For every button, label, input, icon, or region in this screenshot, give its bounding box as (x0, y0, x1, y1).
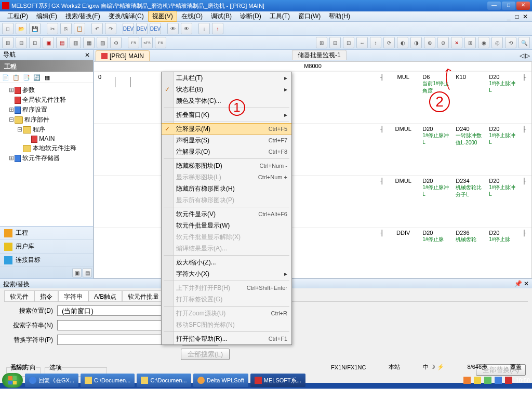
dev3-icon[interactable]: DEV (150, 23, 161, 34)
undo-icon[interactable]: ↶ (91, 23, 103, 34)
tree-global-comments[interactable]: 全局软元件注释 (0, 95, 93, 105)
tb2-6-icon[interactable]: ▥ (70, 37, 81, 48)
dropdown-item-15[interactable]: 放大/缩小(Z)... (162, 257, 291, 268)
taskbar-item-2[interactable]: C:\Documen... (81, 374, 135, 387)
menu-view[interactable]: 视图(V) (148, 11, 177, 22)
taskbar-item-1[interactable]: 回复《在GX... (25, 374, 78, 387)
paste-icon[interactable]: 📋 (74, 23, 85, 34)
tree-params[interactable]: ⊞ 参数 (0, 85, 93, 95)
dropdown-item-4[interactable]: ✓注释显示(M)Ctrl+F5 (162, 123, 291, 135)
menu-help[interactable]: 帮助(H) (325, 11, 354, 22)
maximize-button[interactable]: □ (502, 2, 515, 10)
tb2-3-icon[interactable]: ⊡ (29, 37, 41, 48)
taskbar-item-3[interactable]: C:\Documen... (137, 374, 191, 387)
dropdown-item-5[interactable]: 声明显示(S)Ctrl+F7 (162, 135, 291, 146)
dropdown-item-3[interactable]: 折叠窗口(K)▸ (162, 109, 291, 121)
tb2r-14-icon[interactable]: ◎ (491, 37, 503, 48)
side-project-button[interactable]: 工程 (0, 227, 93, 240)
menu-debug[interactable]: 调试(B) (207, 11, 236, 22)
close-button[interactable]: ✕ (516, 2, 530, 10)
menu-online[interactable]: 在线(O) (177, 11, 207, 22)
replace-string-input[interactable] (57, 335, 166, 345)
tb2r-5-icon[interactable]: ↕ (370, 37, 381, 48)
tree-main[interactable]: MAIN (0, 135, 93, 143)
navtb-3-icon[interactable]: 📑 (22, 73, 31, 82)
menu-project[interactable]: 工程(P) (3, 11, 32, 22)
tb2r-8-icon[interactable]: ◑ (410, 37, 422, 48)
tb2-5-icon[interactable]: ▤ (56, 37, 68, 48)
tb2r-4-icon[interactable]: ↔ (356, 37, 368, 48)
tree-programs[interactable]: ⊟ 程序 (0, 125, 93, 135)
tab-prg-main[interactable]: [PRG] MAIN (96, 50, 150, 61)
cut-icon[interactable]: ✂ (47, 23, 58, 34)
save-icon[interactable]: 💾 (29, 23, 41, 34)
mdi-min-icon[interactable]: _ (505, 13, 512, 20)
new-icon[interactable]: □ (2, 23, 14, 34)
dropdown-item-7[interactable]: 隐藏梯形图块(D)Ctrl+Num - (162, 160, 291, 171)
menu-diag[interactable]: 诊断(D) (236, 11, 265, 22)
contact-m8000[interactable] (115, 77, 130, 87)
tb2r-15-icon[interactable]: ⟲ (505, 37, 516, 48)
tab-watch[interactable]: 储器批量监视-1 (292, 50, 347, 60)
tb2-8-icon[interactable]: ▧ (97, 37, 108, 48)
tb2r-7-icon[interactable]: ◐ (397, 37, 408, 48)
navtb-5-icon[interactable]: ▦ (43, 73, 52, 82)
tray-icon-1[interactable] (463, 377, 471, 384)
dropdown-item-12[interactable]: 软元件批量显示(W) (162, 220, 291, 231)
tb2r-6-icon[interactable]: ⟳ (383, 37, 395, 48)
searchtab-string[interactable]: 字符串 (58, 290, 88, 301)
dropdown-item-21[interactable]: 打开指令帮助(R)...Ctrl+F1 (162, 333, 291, 344)
tray-icon-2[interactable] (474, 377, 481, 384)
open-icon[interactable]: 📂 (16, 23, 27, 34)
tabnav-left-icon[interactable]: ◁ (520, 52, 524, 59)
tray-icon-5[interactable] (505, 377, 512, 384)
dev2-icon[interactable]: DEV (136, 23, 148, 34)
tree-prog-parts[interactable]: ⊟ 程序部件 (0, 115, 93, 125)
write-icon[interactable]: ↓ (198, 23, 210, 34)
tb2r-12-icon[interactable]: ⊞ (464, 37, 476, 48)
ladder-editor[interactable]: M8000 0 ┤ MUL D6当前1#停止角度 K10 D201#停止脉冲L … (94, 61, 532, 278)
taskbar-item-4[interactable]: Delta WPLSoft (193, 374, 248, 387)
tree-prog-settings[interactable]: ⊞ 程序设置 (0, 105, 93, 115)
dropdown-item-16[interactable]: 字符大小(X)▸ (162, 268, 291, 280)
f6-icon[interactable]: F6 (155, 37, 166, 48)
search-all-button[interactable]: 全部搜索(L) (181, 349, 230, 360)
tray-icon-3[interactable] (484, 377, 491, 384)
tb2-4-icon[interactable]: ▣ (43, 37, 54, 48)
navtb-1-icon[interactable]: 📄 (1, 73, 10, 82)
menu-compile[interactable]: 变换/编译(C) (104, 11, 148, 22)
dropdown-item-1[interactable]: ✓状态栏(B)▸ (162, 84, 291, 95)
f5-icon[interactable]: F5 (128, 37, 139, 48)
searchpane-close-icon[interactable]: ✕ (524, 280, 529, 287)
tray-icon-4[interactable] (495, 377, 502, 384)
side-connection-button[interactable]: 连接目标 (0, 254, 93, 267)
start-button[interactable] (2, 373, 23, 388)
copy-icon[interactable]: ⎘ (60, 23, 72, 34)
menu-edit[interactable]: 编辑(E) (32, 11, 61, 22)
navtb-2-icon[interactable]: 📋 (11, 73, 21, 82)
tree-local-comments[interactable]: 本地软元件注释 (0, 143, 93, 153)
tb2r-13-icon[interactable]: ◉ (478, 37, 489, 48)
dropdown-item-6[interactable]: 注解显示(O)Ctrl+F8 (162, 146, 291, 157)
menu-tools[interactable]: 工具(T) (265, 11, 294, 22)
tree-device-mem[interactable]: ⊞ 软元件存储器 (0, 153, 93, 163)
sidestrip-2-icon[interactable]: ▤ (83, 268, 92, 277)
taskbar-item-5[interactable]: MELSOFT系... (250, 374, 305, 387)
monitor-icon[interactable]: 👁 (167, 23, 179, 34)
dropdown-item-0[interactable]: 工具栏(T)▸ (162, 72, 291, 84)
search-location-select[interactable]: (当前窗口) (57, 305, 177, 316)
menu-window[interactable]: 窗口(W) (294, 11, 325, 22)
tb2-2-icon[interactable]: ⊟ (16, 37, 27, 48)
searchtab-instruction[interactable]: 指令 (34, 290, 58, 301)
searchpane-pin-icon[interactable]: 📌 (514, 280, 522, 287)
tb2r-10-icon[interactable]: ⊖ (437, 37, 449, 48)
redo-icon[interactable]: ↷ (105, 23, 116, 34)
param-icon[interactable]: ⚙ (110, 37, 122, 48)
tb2-7-icon[interactable]: ▦ (83, 37, 95, 48)
dev-icon[interactable]: DEV (123, 23, 134, 34)
side-userlib-button[interactable]: 用户库 (0, 240, 93, 254)
tb2r-2-icon[interactable]: ⊟ (329, 37, 341, 48)
minimize-button[interactable]: — (487, 2, 501, 10)
tb2r-1-icon[interactable]: ⊞ (316, 37, 327, 48)
nav-close-icon[interactable]: ✕ (85, 51, 90, 59)
